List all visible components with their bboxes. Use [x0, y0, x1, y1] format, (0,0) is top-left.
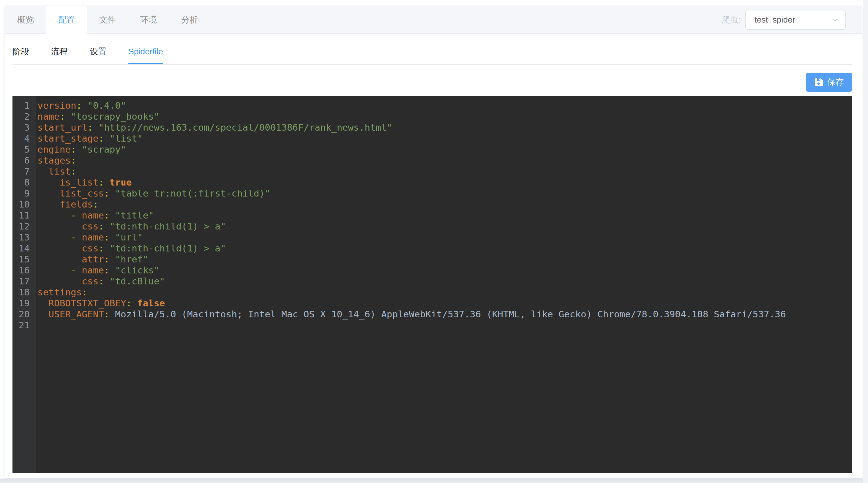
code-line: name: "toscrapy_books" [37, 111, 852, 122]
line-number: 1 [12, 100, 30, 111]
line-number: 17 [12, 276, 30, 287]
line-number: 3 [12, 122, 30, 133]
code-line [37, 320, 852, 331]
page-scrollbar[interactable] [863, 0, 868, 483]
code-line: attr: "href" [37, 254, 852, 265]
code-line: - name: "clicks" [37, 265, 852, 276]
save-button[interactable]: 保存 [806, 73, 852, 92]
editor-code[interactable]: version: "0.4.0"name: "toscrapy_books"st… [36, 96, 852, 473]
line-number: 7 [12, 166, 30, 177]
code-line: start_url: "http://news.163.com/special/… [37, 122, 852, 133]
code-line: start_stage: "list" [37, 133, 852, 144]
code-line: css: "td:nth-child(1) > a" [37, 221, 852, 232]
code-editor[interactable]: 123456789101112131415161718192021 versio… [12, 96, 852, 473]
code-line: stages: [37, 155, 852, 166]
subtab-settings[interactable]: 设置 [90, 41, 106, 64]
spider-detail-card: 概览配置文件环境分析 爬虫: test_spider 阶段流程设置Spiderf… [5, 6, 862, 479]
page-bottom-edge [0, 479, 863, 483]
save-button-label: 保存 [827, 76, 844, 88]
line-number: 12 [12, 221, 30, 232]
tab-analysis[interactable]: 分析 [169, 6, 210, 33]
code-line: css: "td:nth-child(1) > a" [37, 243, 852, 254]
code-line: list_css: "table tr:not(:first-child)" [37, 188, 852, 199]
spider-label: 爬虫: [721, 14, 741, 26]
line-number: 18 [12, 287, 30, 298]
code-line: settings: [37, 287, 852, 298]
chevron-down-icon [831, 16, 839, 24]
tab-config[interactable]: 配置 [46, 6, 87, 33]
line-number: 21 [12, 320, 30, 331]
line-number: 10 [12, 199, 30, 210]
tab-env[interactable]: 环境 [128, 6, 169, 33]
code-line: is_list: true [37, 177, 852, 188]
line-number: 20 [12, 309, 30, 320]
subtab-stages[interactable]: 阶段 [12, 41, 29, 64]
line-number: 2 [12, 111, 30, 122]
line-number: 19 [12, 298, 30, 309]
line-number: 16 [12, 265, 30, 276]
code-line: list: [37, 166, 852, 177]
code-line: version: "0.4.0" [37, 100, 852, 111]
floppy-disk-icon [814, 77, 824, 87]
tab-bar-items: 概览配置文件环境分析 [5, 6, 210, 33]
code-line: engine: "scrapy" [37, 144, 852, 155]
line-number: 4 [12, 133, 30, 144]
line-number: 6 [12, 155, 30, 166]
code-line: css: "td.cBlue" [37, 276, 852, 287]
subtab-spiderfile[interactable]: Spiderfile [128, 42, 163, 64]
code-line: - name: "title" [37, 210, 852, 221]
line-number: 15 [12, 254, 30, 265]
toolbar: 保存 [12, 73, 852, 92]
page: 概览配置文件环境分析 爬虫: test_spider 阶段流程设置Spiderf… [0, 0, 868, 483]
line-number: 11 [12, 210, 30, 221]
tab-bar: 概览配置文件环境分析 爬虫: test_spider [5, 6, 862, 34]
line-number: 8 [12, 177, 30, 188]
code-line: fields: [37, 199, 852, 210]
spider-selector-area: 爬虫: test_spider [721, 6, 862, 33]
line-number: 9 [12, 188, 30, 199]
line-number: 5 [12, 144, 30, 155]
line-number: 13 [12, 232, 30, 243]
editor-gutter: 123456789101112131415161718192021 [12, 96, 36, 473]
code-line: ROBOTSTXT_OBEY: false [37, 298, 852, 309]
code-line: - name: "url" [37, 232, 852, 243]
code-line: USER_AGENT: Mozilla/5.0 (Macintosh; Inte… [37, 309, 852, 320]
tab-overview[interactable]: 概览 [5, 6, 46, 33]
line-number: 14 [12, 243, 30, 254]
subtab-process[interactable]: 流程 [51, 41, 68, 64]
tab-files[interactable]: 文件 [87, 6, 128, 33]
spider-select[interactable]: test_spider [745, 10, 846, 30]
spider-select-value: test_spider [754, 15, 831, 25]
subtab-bar: 阶段流程设置Spiderfile [12, 41, 852, 65]
config-panel: 阶段流程设置Spiderfile 保存 12345678910111213141… [5, 41, 862, 473]
